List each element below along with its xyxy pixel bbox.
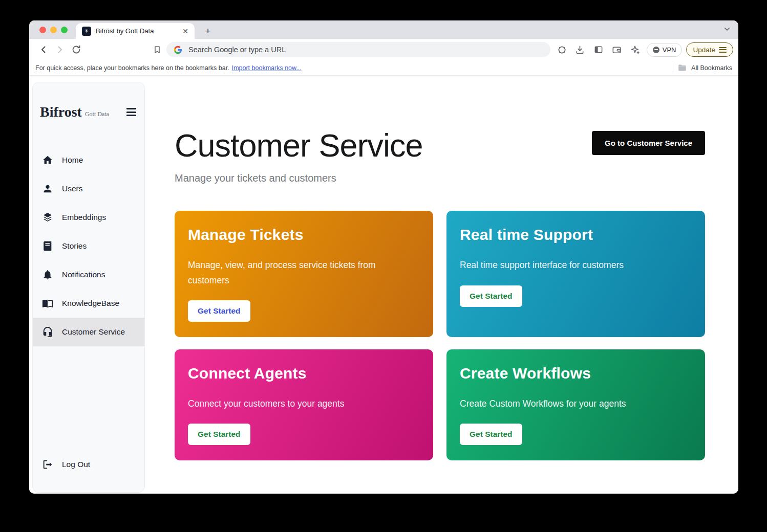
sidebar-item-knowledgebase[interactable]: KnowledgeBase	[33, 289, 144, 318]
sidebar-item-label: Users	[62, 184, 82, 193]
page-subtitle: Manage your tickets and customers	[175, 172, 423, 184]
card-manage-tickets: Manage Tickets Manage, view, and process…	[175, 211, 433, 337]
sidebar-menu-icon[interactable]	[126, 106, 136, 119]
browser-tab[interactable]: ✳ Bifröst by Gott Data ✕	[76, 23, 195, 39]
google-logo-icon	[174, 46, 182, 54]
vpn-status-icon	[653, 47, 659, 53]
sidebar-item-notifications[interactable]: Notifications	[33, 260, 144, 289]
get-started-button[interactable]: Get Started	[188, 424, 250, 445]
sidebar-item-label: Notifications	[62, 270, 105, 279]
side-panel-icon[interactable]	[591, 42, 606, 57]
sidebar-item-embeddings[interactable]: Embeddings	[33, 203, 144, 232]
tab-search-chevron-icon[interactable]	[723, 25, 731, 35]
embeddings-icon	[42, 212, 53, 223]
sidebar-item-stories[interactable]: Stories	[33, 232, 144, 260]
close-window-button[interactable]	[39, 27, 46, 33]
sidebar-item-label: Log Out	[62, 460, 90, 469]
logo-text: Bifrost	[40, 105, 82, 119]
go-to-customer-service-button[interactable]: Go to Customer Service	[592, 131, 705, 155]
sidebar-item-label: Embeddings	[62, 213, 106, 222]
main-panel: Customer Service Manage your tickets and…	[145, 76, 738, 494]
wallet-icon[interactable]	[610, 42, 624, 57]
app-sidebar: Bifrost Gott Data Home Users Embeddings …	[32, 82, 145, 493]
reload-button[interactable]	[69, 42, 83, 57]
card-title: Manage Tickets	[188, 226, 420, 243]
app-logo: Bifrost Gott Data	[33, 82, 144, 119]
new-tab-button[interactable]: +	[201, 25, 215, 38]
update-browser-button[interactable]: Update	[686, 42, 733, 57]
get-started-button[interactable]: Get Started	[460, 424, 522, 445]
card-title: Create Workflows	[460, 365, 692, 382]
bookmarks-bar: For quick access, place your bookmarks h…	[29, 60, 738, 76]
sidebar-item-customer-service[interactable]: Customer Service	[33, 318, 144, 346]
sidebar-item-users[interactable]: Users	[33, 174, 144, 203]
bookmarks-hint-text: For quick access, place your bookmarks h…	[35, 64, 229, 72]
logout-icon	[42, 459, 53, 470]
card-description: Create Custom Workflows for your agents	[460, 396, 667, 411]
browser-window: ✳ Bifröst by Gott Data ✕ +	[29, 20, 738, 494]
address-bar[interactable]: Search Google or type a URL	[166, 42, 550, 57]
browser-toolbar: Search Google or type a URL VPN	[29, 39, 738, 60]
sidebar-item-label: Home	[62, 156, 83, 165]
folder-icon	[678, 64, 687, 72]
sidebar-spacer	[33, 346, 144, 450]
card-description: Connect your customers to your agents	[188, 396, 395, 411]
sidebar-item-label: Stories	[62, 241, 87, 251]
all-bookmarks-label[interactable]: All Bookmarks	[691, 64, 732, 72]
sidebar-item-label: KnowledgeBase	[62, 299, 119, 308]
tab-strip: ✳ Bifröst by Gott Data ✕ +	[29, 20, 738, 39]
card-title: Real time Support	[460, 226, 692, 243]
browser-menu-icon	[719, 46, 727, 54]
logo-subtext: Gott Data	[85, 110, 109, 119]
knowledgebase-icon	[42, 298, 53, 309]
downloads-icon[interactable]	[573, 42, 587, 57]
tab-title: Bifröst by Gott Data	[96, 27, 181, 35]
card-title: Connect Agents	[188, 365, 420, 382]
extensions-icon[interactable]	[555, 42, 569, 57]
vpn-badge[interactable]: VPN	[647, 43, 683, 57]
tab-favicon-icon: ✳	[82, 27, 91, 36]
import-bookmarks-link[interactable]: Import bookmarks now...	[232, 64, 302, 72]
sidebar-item-log-out[interactable]: Log Out	[33, 450, 144, 479]
forward-button[interactable]	[53, 42, 67, 57]
card-real-time-support: Real time Support Real time support inte…	[446, 211, 705, 337]
get-started-button[interactable]: Get Started	[460, 285, 522, 307]
card-description: Manage, view, and process service ticket…	[188, 258, 395, 288]
bookmark-this-tab-icon[interactable]	[150, 42, 164, 57]
home-icon	[42, 154, 53, 166]
get-started-button[interactable]: Get Started	[188, 300, 250, 322]
back-button[interactable]	[36, 42, 51, 57]
zoom-window-button[interactable]	[61, 27, 68, 33]
card-description: Real time support interface for customer…	[460, 258, 667, 273]
notifications-icon	[42, 269, 53, 280]
divider	[673, 63, 673, 72]
sidebar-item-home[interactable]: Home	[33, 146, 144, 174]
page-content: Bifrost Gott Data Home Users Embeddings …	[29, 76, 738, 494]
card-connect-agents: Connect Agents Connect your customers to…	[175, 349, 433, 460]
address-bar-text: Search Google or type a URL	[188, 46, 286, 54]
sidebar-item-label: Customer Service	[62, 327, 125, 337]
page-title: Customer Service	[175, 128, 423, 163]
stories-icon	[42, 240, 53, 252]
sparkle-new-icon[interactable]	[628, 42, 643, 57]
users-icon	[42, 183, 53, 194]
window-controls	[39, 27, 68, 33]
sidebar-nav: Home Users Embeddings Stories Notificati…	[33, 146, 144, 346]
tab-close-icon[interactable]: ✕	[181, 27, 189, 35]
card-create-workflows: Create Workflows Create Custom Workflows…	[446, 349, 705, 460]
customer-service-icon	[42, 326, 53, 338]
feature-cards: Manage Tickets Manage, view, and process…	[175, 211, 705, 460]
minimize-window-button[interactable]	[50, 27, 57, 33]
